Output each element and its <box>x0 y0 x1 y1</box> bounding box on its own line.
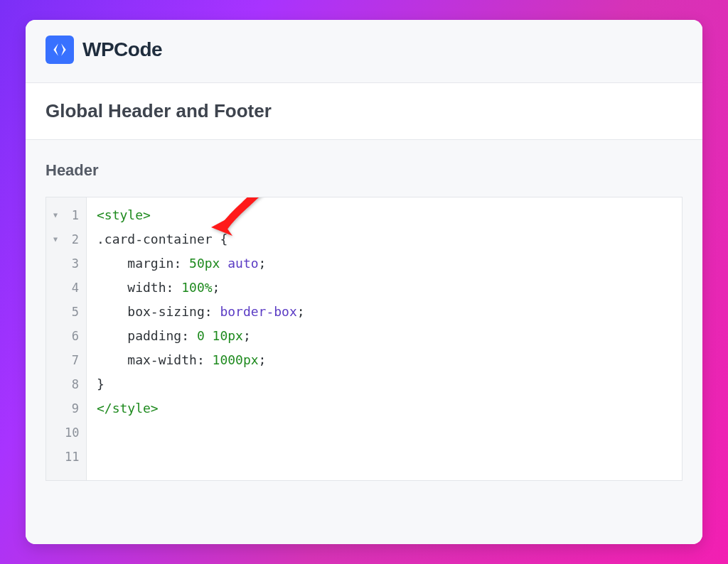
code-token: .card-container <box>97 227 220 251</box>
fold-marker-icon[interactable]: ▼ <box>52 227 59 251</box>
line-number: 2 <box>65 227 79 251</box>
code-token: ; <box>297 300 305 324</box>
gutter-row: 7 <box>52 348 79 372</box>
code-token: 1000px <box>213 348 259 372</box>
line-number: 10 <box>65 421 79 445</box>
gutter-row: 10 <box>52 421 79 445</box>
code-token: : <box>173 251 189 276</box>
content-area: Header ▼1▼234567891011 <style>.card-cont… <box>26 140 702 544</box>
code-token: padding <box>97 324 181 348</box>
fold-marker-icon[interactable]: ▼ <box>52 203 59 227</box>
code-token: width <box>97 276 166 300</box>
gutter-row: 9 <box>52 396 79 421</box>
code-token: max-width <box>97 348 197 372</box>
line-number: 11 <box>65 445 79 469</box>
line-number: 3 <box>65 251 79 276</box>
brand-header: WPCode <box>26 20 702 82</box>
code-token: : <box>197 348 213 372</box>
code-token: 50px <box>189 251 228 276</box>
code-line[interactable]: box-sizing: border-box; <box>97 300 305 324</box>
editor-gutter: ▼1▼234567891011 <box>46 197 87 480</box>
code-line[interactable]: max-width: 1000px; <box>97 348 305 372</box>
page-title-bar: Global Header and Footer <box>26 82 702 140</box>
editor-code-pane[interactable]: <style>.card-container { margin: 50px au… <box>87 197 315 480</box>
code-token: 100% <box>181 276 212 300</box>
code-line[interactable] <box>97 445 305 469</box>
wpcode-logo-icon <box>46 36 74 64</box>
line-number: 5 <box>65 300 79 324</box>
line-number: 6 <box>65 324 79 348</box>
code-token: <style> <box>97 203 151 227</box>
code-token: margin <box>97 251 173 276</box>
brand-name: WPCode <box>82 38 162 61</box>
code-line[interactable]: </style> <box>97 396 305 421</box>
code-token: ; <box>213 276 220 300</box>
gutter-row: 11 <box>52 445 79 469</box>
code-line[interactable]: margin: 50px auto; <box>97 251 305 276</box>
line-number: 1 <box>65 203 79 227</box>
code-token: border-box <box>220 300 296 324</box>
line-number: 9 <box>65 396 79 421</box>
code-line[interactable]: padding: 0 10px; <box>97 324 305 348</box>
gutter-row: 4 <box>52 276 79 300</box>
page-title: Global Header and Footer <box>46 100 682 122</box>
code-token: } <box>97 372 105 396</box>
code-line[interactable]: <style> <box>97 203 305 227</box>
code-token: 0 10px <box>197 324 243 348</box>
code-token: auto <box>228 251 258 276</box>
code-token: { <box>220 227 228 251</box>
line-number: 7 <box>65 348 79 372</box>
gutter-row: 8 <box>52 372 79 396</box>
gutter-row: 3 <box>52 251 79 276</box>
section-label: Header <box>46 161 682 180</box>
code-token: ; <box>243 324 251 348</box>
app-card: WPCode Global Header and Footer Header ▼… <box>26 20 702 544</box>
code-token: ; <box>259 348 267 372</box>
code-line[interactable]: .card-container { <box>97 227 305 251</box>
gutter-row: 6 <box>52 324 79 348</box>
code-editor[interactable]: ▼1▼234567891011 <style>.card-container {… <box>46 197 682 481</box>
gutter-row: 5 <box>52 300 79 324</box>
code-line[interactable]: width: 100%; <box>97 276 305 300</box>
gutter-row: ▼1 <box>52 203 79 227</box>
code-token: </style> <box>97 396 159 421</box>
code-line[interactable]: } <box>97 372 305 396</box>
code-token: : <box>181 324 197 348</box>
line-number: 8 <box>65 372 79 396</box>
code-token: box-sizing <box>97 300 205 324</box>
code-line[interactable] <box>97 421 305 445</box>
line-number: 4 <box>65 276 79 300</box>
gutter-row: ▼2 <box>52 227 79 251</box>
code-token: ; <box>259 251 267 276</box>
code-token: : <box>166 276 182 300</box>
code-token: : <box>205 300 220 324</box>
